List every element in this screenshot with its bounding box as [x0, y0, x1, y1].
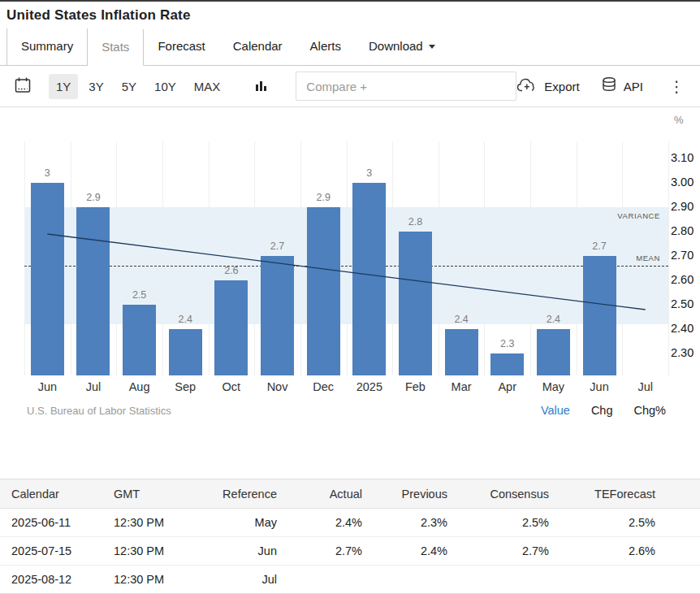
compare-input[interactable]	[296, 72, 516, 101]
x-axis-label: Nov	[254, 380, 300, 393]
page-title: United States Inflation Rate	[6, 7, 692, 24]
col-gmt: GMT	[112, 479, 210, 509]
database-icon	[601, 76, 617, 97]
col-consensus: Consensus	[449, 479, 551, 509]
y-axis-tick: 2.30	[671, 346, 694, 359]
api-label: API	[624, 80, 643, 93]
tab-download[interactable]: Download	[355, 28, 449, 65]
table-cell: 2.4%	[364, 537, 449, 566]
trend-line	[24, 141, 668, 375]
col-actual: Actual	[279, 479, 364, 509]
table-cell	[279, 566, 364, 594]
date-range-picker-button[interactable]	[10, 72, 36, 101]
x-axis-label: Jul	[622, 380, 668, 393]
col-reference: Reference	[210, 479, 279, 509]
export-button[interactable]: Export	[516, 77, 579, 96]
tab-summary[interactable]: Summary	[6, 28, 88, 65]
x-axis-label: Mar	[439, 380, 485, 393]
calendar-icon	[13, 76, 32, 98]
chart-type-button[interactable]	[250, 75, 271, 98]
plot-area: 32.92.52.42.62.72.932.82.42.32.42.7VARIA…	[24, 141, 668, 375]
y-axis-tick: 3.00	[671, 176, 694, 189]
tab-calendar[interactable]: Calendar	[219, 28, 296, 65]
mean-label: MEAN	[636, 254, 660, 262]
table-body: 2025-06-1112:30 PMMay2.4%2.3%2.5%2.5%202…	[0, 509, 700, 594]
table-cell	[364, 566, 449, 594]
table-cell: 12:30 PM	[112, 509, 210, 537]
table-cell: May	[210, 509, 279, 537]
x-axis-label: Aug	[116, 380, 162, 393]
range-10y-button[interactable]: 10Y	[147, 74, 184, 99]
chart-footer: U.S. Bureau of Labor Statistics Value Ch…	[0, 396, 700, 425]
table-row[interactable]: 2025-06-1112:30 PMMay2.4%2.3%2.5%2.5%	[0, 509, 700, 537]
kebab-menu-icon[interactable]: ⋮	[664, 77, 689, 96]
api-button[interactable]: API	[601, 76, 643, 97]
x-axis-label: Sep	[162, 380, 209, 393]
table-cell: 2025-06-11	[0, 509, 112, 537]
table-cell: 2.7%	[279, 537, 364, 566]
table-cell: 2.7%	[449, 537, 551, 566]
cloud-upload-icon	[516, 77, 538, 96]
table-cell: 2.4%	[279, 509, 364, 537]
tab-alerts[interactable]: Alerts	[296, 28, 355, 65]
table-cell: 12:30 PM	[112, 566, 210, 594]
y-axis-tick: 2.70	[671, 249, 694, 262]
tab-download-label: Download	[369, 39, 423, 53]
y-axis-tick: 3.10	[671, 151, 694, 164]
tab-stats[interactable]: Stats	[88, 29, 144, 66]
bar-chart-icon	[253, 78, 268, 95]
x-axis-label: Oct	[209, 380, 255, 393]
inflation-chart: % 32.92.52.42.62.72.932.82.42.32.42.7VAR…	[0, 107, 700, 396]
table-cell	[551, 566, 700, 594]
x-axis-label: Apr	[484, 380, 530, 393]
x-axis-label: 2025	[347, 380, 393, 393]
x-axis-label: Jul	[71, 380, 117, 393]
col-teforecast: TEForecast	[551, 479, 700, 509]
range-max-button[interactable]: MAX	[187, 74, 228, 99]
range-3y-button[interactable]: 3Y	[81, 74, 110, 99]
table-cell: 2.3%	[364, 509, 449, 537]
y-axis-tick: 2.40	[671, 322, 694, 335]
table-cell: 2.5%	[449, 509, 551, 537]
range-5y-button[interactable]: 5Y	[115, 74, 144, 99]
chg-link[interactable]: Chg	[591, 404, 613, 417]
range-selector: 1Y 3Y 5Y 10Y MAX	[49, 74, 227, 99]
chg-pct-link[interactable]: Chg%	[634, 404, 667, 417]
x-axis-label: Jun	[24, 380, 71, 393]
table-row[interactable]: 2025-07-1512:30 PMJun2.7%2.4%2.7%2.6%	[0, 537, 700, 566]
chevron-down-icon	[429, 45, 435, 49]
export-label: Export	[544, 80, 579, 93]
x-axis: JunJulAugSepOctNovDec2025FebMarAprMayJun…	[24, 380, 668, 395]
tab-bar: Summary Stats Forecast Calendar Alerts D…	[0, 28, 700, 66]
y-axis-tick: 2.90	[671, 200, 694, 213]
variance-label: VARIANCE	[617, 211, 660, 220]
compare-wrap	[296, 72, 516, 101]
x-axis-label: May	[530, 380, 577, 393]
table-cell: 2.5%	[551, 509, 700, 537]
range-1y-button[interactable]: 1Y	[49, 74, 78, 99]
calendar-table: Calendar GMT Reference Actual Previous C…	[0, 479, 700, 594]
col-calendar: Calendar	[0, 479, 112, 509]
gridline	[668, 141, 669, 375]
table-cell: Jul	[210, 566, 279, 594]
y-axis-tick: 2.80	[671, 224, 694, 237]
y-axis-tick: 2.50	[671, 297, 694, 310]
toolbar-right: Export API ⋮	[516, 76, 689, 97]
value-link[interactable]: Value	[541, 404, 570, 417]
table-cell: 12:30 PM	[112, 537, 210, 566]
y-axis-tick: 2.60	[671, 273, 694, 286]
table-cell	[449, 566, 551, 594]
x-axis-label: Dec	[300, 380, 347, 393]
table-cell: Jun	[210, 537, 279, 566]
x-axis-label: Feb	[392, 380, 439, 393]
table-cell: 2025-08-12	[0, 566, 112, 594]
chart-toolbar: 1Y 3Y 5Y 10Y MAX Export	[0, 66, 700, 107]
tab-forecast[interactable]: Forecast	[144, 28, 218, 65]
col-previous: Previous	[364, 479, 449, 509]
table-header-row: Calendar GMT Reference Actual Previous C…	[0, 479, 700, 509]
table-cell: 2025-07-15	[0, 537, 112, 566]
table-row[interactable]: 2025-08-1212:30 PMJul	[0, 566, 700, 594]
source-attribution: U.S. Bureau of Labor Statistics	[27, 405, 171, 417]
y-axis: 2.302.402.502.602.702.802.903.003.10	[671, 107, 700, 396]
table-cell: 2.6%	[551, 537, 700, 566]
